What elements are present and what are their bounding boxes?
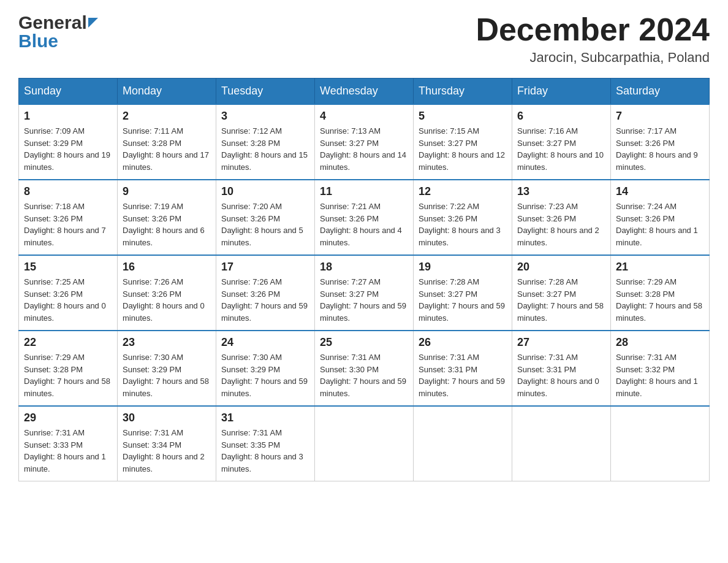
day-number: 3 [221,110,309,123]
calendar-week-row-5: 29 Sunrise: 7:31 AM Sunset: 3:33 PM Dayl… [19,406,710,481]
day-info: Sunrise: 7:12 AM Sunset: 3:28 PM Dayligh… [221,125,309,173]
calendar-cell: 27 Sunrise: 7:31 AM Sunset: 3:31 PM Dayl… [512,331,611,406]
calendar-cell [512,406,611,481]
day-info: Sunrise: 7:31 AM Sunset: 3:31 PM Dayligh… [419,351,507,399]
day-number: 23 [123,336,211,349]
calendar-cell: 8 Sunrise: 7:18 AM Sunset: 3:26 PM Dayli… [19,180,118,255]
logo-blue-text: Blue [18,31,99,52]
calendar-cell: 29 Sunrise: 7:31 AM Sunset: 3:33 PM Dayl… [19,406,118,481]
calendar-cell: 12 Sunrise: 7:22 AM Sunset: 3:26 PM Dayl… [414,180,512,255]
day-number: 27 [517,336,605,349]
calendar-cell: 16 Sunrise: 7:26 AM Sunset: 3:26 PM Dayl… [118,255,216,331]
logo: General Blue [18,12,99,52]
calendar-cell: 2 Sunrise: 7:11 AM Sunset: 3:28 PM Dayli… [118,104,216,180]
col-wednesday: Wednesday [315,79,414,105]
day-number: 8 [24,185,112,198]
day-info: Sunrise: 7:31 AM Sunset: 3:30 PM Dayligh… [320,351,408,399]
day-info: Sunrise: 7:25 AM Sunset: 3:26 PM Dayligh… [24,276,112,324]
calendar-cell: 11 Sunrise: 7:21 AM Sunset: 3:26 PM Dayl… [315,180,414,255]
day-number: 14 [616,185,704,198]
day-number: 28 [616,336,704,349]
day-number: 21 [616,261,704,274]
calendar-week-row-2: 8 Sunrise: 7:18 AM Sunset: 3:26 PM Dayli… [19,180,710,255]
day-number: 19 [419,261,507,274]
day-info: Sunrise: 7:29 AM Sunset: 3:28 PM Dayligh… [616,276,704,324]
day-info: Sunrise: 7:27 AM Sunset: 3:27 PM Dayligh… [320,276,408,324]
day-info: Sunrise: 7:11 AM Sunset: 3:28 PM Dayligh… [123,125,211,173]
calendar-cell: 25 Sunrise: 7:31 AM Sunset: 3:30 PM Dayl… [315,331,414,406]
calendar-cell: 9 Sunrise: 7:19 AM Sunset: 3:26 PM Dayli… [118,180,216,255]
day-info: Sunrise: 7:23 AM Sunset: 3:26 PM Dayligh… [517,201,605,248]
day-info: Sunrise: 7:31 AM Sunset: 3:34 PM Dayligh… [123,427,211,475]
day-info: Sunrise: 7:30 AM Sunset: 3:29 PM Dayligh… [221,351,309,399]
day-info: Sunrise: 7:19 AM Sunset: 3:26 PM Dayligh… [123,201,211,248]
day-number: 25 [320,336,408,349]
day-info: Sunrise: 7:29 AM Sunset: 3:28 PM Dayligh… [24,351,112,399]
title-area: December 2024 Jarocin, Subcarpathia, Pol… [476,12,710,66]
col-thursday: Thursday [414,79,512,105]
calendar-cell: 24 Sunrise: 7:30 AM Sunset: 3:29 PM Dayl… [216,331,315,406]
calendar-cell: 17 Sunrise: 7:26 AM Sunset: 3:26 PM Dayl… [216,255,315,331]
month-title: December 2024 [476,12,710,47]
page-header: General Blue December 2024 Jarocin, Subc… [18,12,710,66]
day-number: 22 [24,336,112,349]
col-monday: Monday [118,79,216,105]
day-number: 29 [24,412,112,424]
day-number: 12 [419,185,507,198]
col-friday: Friday [512,79,611,105]
calendar-week-row-1: 1 Sunrise: 7:09 AM Sunset: 3:29 PM Dayli… [19,104,710,180]
day-number: 31 [221,412,309,424]
logo-triangle-icon [88,18,98,28]
calendar-cell: 28 Sunrise: 7:31 AM Sunset: 3:32 PM Dayl… [611,331,710,406]
calendar-cell: 10 Sunrise: 7:20 AM Sunset: 3:26 PM Dayl… [216,180,315,255]
calendar-week-row-3: 15 Sunrise: 7:25 AM Sunset: 3:26 PM Dayl… [19,255,710,331]
calendar-table: Sunday Monday Tuesday Wednesday Thursday… [18,78,710,481]
calendar-cell: 6 Sunrise: 7:16 AM Sunset: 3:27 PM Dayli… [512,104,611,180]
day-info: Sunrise: 7:31 AM Sunset: 3:33 PM Dayligh… [24,427,112,475]
day-number: 7 [616,110,704,123]
day-number: 9 [123,185,211,198]
location-text: Jarocin, Subcarpathia, Poland [476,50,710,66]
day-info: Sunrise: 7:26 AM Sunset: 3:26 PM Dayligh… [123,276,211,324]
day-number: 1 [24,110,112,123]
calendar-cell: 26 Sunrise: 7:31 AM Sunset: 3:31 PM Dayl… [414,331,512,406]
calendar-cell: 7 Sunrise: 7:17 AM Sunset: 3:26 PM Dayli… [611,104,710,180]
day-number: 10 [221,185,309,198]
calendar-cell: 4 Sunrise: 7:13 AM Sunset: 3:27 PM Dayli… [315,104,414,180]
col-saturday: Saturday [611,79,710,105]
day-info: Sunrise: 7:18 AM Sunset: 3:26 PM Dayligh… [24,201,112,248]
calendar-cell: 20 Sunrise: 7:28 AM Sunset: 3:27 PM Dayl… [512,255,611,331]
day-info: Sunrise: 7:21 AM Sunset: 3:26 PM Dayligh… [320,201,408,248]
day-number: 5 [419,110,507,123]
calendar-cell: 13 Sunrise: 7:23 AM Sunset: 3:26 PM Dayl… [512,180,611,255]
day-info: Sunrise: 7:15 AM Sunset: 3:27 PM Dayligh… [419,125,507,173]
day-info: Sunrise: 7:09 AM Sunset: 3:29 PM Dayligh… [24,125,112,173]
day-number: 11 [320,185,408,198]
day-info: Sunrise: 7:24 AM Sunset: 3:26 PM Dayligh… [616,201,704,248]
day-number: 26 [419,336,507,349]
day-number: 30 [123,412,211,424]
day-info: Sunrise: 7:16 AM Sunset: 3:27 PM Dayligh… [517,125,605,173]
day-number: 6 [517,110,605,123]
calendar-cell: 5 Sunrise: 7:15 AM Sunset: 3:27 PM Dayli… [414,104,512,180]
day-number: 17 [221,261,309,274]
calendar-cell: 22 Sunrise: 7:29 AM Sunset: 3:28 PM Dayl… [19,331,118,406]
calendar-cell: 23 Sunrise: 7:30 AM Sunset: 3:29 PM Dayl… [118,331,216,406]
calendar-cell: 21 Sunrise: 7:29 AM Sunset: 3:28 PM Dayl… [611,255,710,331]
calendar-cell: 31 Sunrise: 7:31 AM Sunset: 3:35 PM Dayl… [216,406,315,481]
calendar-cell: 14 Sunrise: 7:24 AM Sunset: 3:26 PM Dayl… [611,180,710,255]
calendar-cell: 19 Sunrise: 7:28 AM Sunset: 3:27 PM Dayl… [414,255,512,331]
col-sunday: Sunday [19,79,118,105]
day-info: Sunrise: 7:17 AM Sunset: 3:26 PM Dayligh… [616,125,704,173]
calendar-week-row-4: 22 Sunrise: 7:29 AM Sunset: 3:28 PM Dayl… [19,331,710,406]
day-number: 2 [123,110,211,123]
day-info: Sunrise: 7:30 AM Sunset: 3:29 PM Dayligh… [123,351,211,399]
day-number: 15 [24,261,112,274]
day-info: Sunrise: 7:26 AM Sunset: 3:26 PM Dayligh… [221,276,309,324]
day-number: 20 [517,261,605,274]
day-number: 24 [221,336,309,349]
calendar-cell: 1 Sunrise: 7:09 AM Sunset: 3:29 PM Dayli… [19,104,118,180]
day-number: 18 [320,261,408,274]
day-number: 13 [517,185,605,198]
calendar-header-row: Sunday Monday Tuesday Wednesday Thursday… [19,79,710,105]
